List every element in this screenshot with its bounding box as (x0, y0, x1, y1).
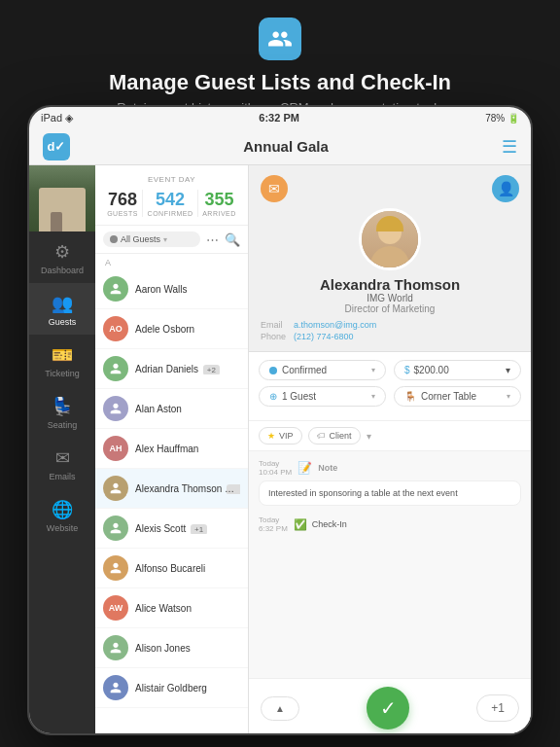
emails-icon: ✉ (55, 447, 70, 469)
guest-badge: +1 (191, 524, 207, 534)
detail-avatar-container (359, 208, 421, 270)
status-dot (269, 367, 277, 374)
guest-panel: EVENT DAY 768 GUESTS 542 CONFIRMED 355 A… (95, 165, 249, 735)
avatar: AO (103, 316, 128, 341)
detail-name: Alexandra Thomson (320, 276, 460, 293)
checkin-label: Check-In (312, 519, 347, 529)
email-action-button[interactable]: ✉ (261, 175, 288, 202)
tag-icon: 🏷 (317, 431, 326, 441)
guest-info: Alistair Goldberg (135, 683, 240, 694)
search-button[interactable]: 🔍 (225, 232, 240, 247)
filter-bar: All Guests ▾ ⋯ 🔍 (95, 226, 248, 254)
sidebar-item-guests[interactable]: 👥 Guests (29, 283, 95, 335)
guests-label: GUESTS (107, 210, 138, 217)
profile-action-button[interactable]: 👤 (492, 175, 519, 202)
table-dropdown[interactable]: 🪑 Corner Table ▾ (394, 386, 521, 407)
plus-one-button[interactable]: +1 (476, 694, 519, 722)
menu-button[interactable]: ☰ (502, 136, 517, 158)
list-letter-a: A (95, 254, 248, 269)
list-item[interactable]: Alan Aston (95, 389, 248, 429)
list-item[interactable]: Adrian Daniels +2 (95, 349, 248, 389)
more-options-button[interactable]: ⋯ (206, 232, 219, 247)
guest-info: Aaron Walls (135, 284, 240, 295)
note-label: Note (318, 463, 337, 473)
filter-chevron-icon: ▾ (163, 235, 167, 244)
filter-label: All Guests (121, 234, 160, 244)
guests-label: Guests (49, 317, 77, 327)
page-title: Manage Guest Lists and Check-In (19, 70, 541, 95)
client-label: Client (330, 431, 352, 441)
stats-row: 768 GUESTS 542 CONFIRMED 355 ARRIVED (105, 190, 238, 217)
guest-name: Alexis Scott +1 (135, 523, 240, 534)
guest-info: Alexandra Thomson +1 (135, 483, 240, 494)
app-icon (259, 18, 301, 60)
sidebar-item-emails[interactable]: ✉ Emails (29, 438, 95, 489)
filter-actions: ⋯ 🔍 (206, 232, 240, 247)
contact-phone-row: Phone (212) 774-6800 (261, 332, 519, 341)
table-label: Corner Table (421, 391, 476, 402)
guest-name: Adele Osborn (135, 324, 240, 335)
list-item[interactable]: AW Alice Watson (95, 588, 248, 628)
guest-name: Alice Watson (135, 603, 240, 614)
list-item[interactable]: Alfonso Bucareli (95, 549, 248, 588)
checkin-button[interactable]: ✓ (367, 687, 409, 729)
status-dropdown[interactable]: Confirmed ▾ (259, 360, 386, 380)
detail-job-title: Director of Marketing (345, 303, 436, 314)
sidebar-item-ticketing[interactable]: 🎫 Ticketing (29, 335, 95, 386)
filter-dropdown[interactable]: All Guests ▾ (103, 231, 200, 247)
guests-count: 768 (107, 190, 138, 210)
control-row-2: ⊕ 1 Guest ▾ 🪑 Corner Table ▾ (259, 386, 521, 407)
contact-email-row: Email a.thomson@img.com (261, 320, 519, 330)
guests-dropdown[interactable]: ⊕ 1 Guest ▾ (259, 386, 386, 407)
price-dropdown[interactable]: $ $200.00 ▾ (394, 360, 521, 380)
note-body: Interested in sponsoring a table at the … (259, 480, 521, 506)
detail-contact: Email a.thomson@img.com Phone (212) 774-… (261, 320, 519, 343)
list-item[interactable]: AH Alex Hauffman (95, 429, 248, 469)
list-item[interactable]: Aaron Walls (95, 269, 248, 309)
table-chevron-icon: ▾ (507, 392, 510, 401)
venue-image (29, 165, 95, 231)
sidebar-item-dashboard[interactable]: ⚙ Dashboard (29, 231, 95, 283)
note-icon: 📝 (298, 461, 312, 475)
avatar (103, 276, 128, 302)
sidebar-item-website[interactable]: 🌐 Website (29, 489, 95, 541)
email-label: Email (261, 320, 288, 330)
guest-info: Alice Watson (135, 603, 240, 614)
guests-label: 1 Guest (282, 391, 316, 402)
email-value[interactable]: a.thomson@img.com (294, 320, 376, 330)
list-item[interactable]: Alexis Scott +1 (95, 509, 248, 549)
guest-info: Alex Hauffman (135, 444, 240, 454)
avatar (103, 476, 128, 501)
guests-chevron-icon: ▾ (371, 392, 375, 401)
guest-name: Alan Aston (135, 404, 240, 414)
client-tag[interactable]: 🏷 Client (308, 427, 361, 445)
arrived-label: ARRIVED (202, 210, 236, 217)
activity-meta: Today 10:04 PM 📝 Note (259, 459, 521, 477)
avatar (103, 635, 128, 660)
vip-tag[interactable]: ★ VIP (259, 427, 302, 445)
detail-top-icons: ✉ 👤 (261, 175, 519, 202)
phone-value[interactable]: (212) 774-6800 (294, 332, 354, 341)
list-item[interactable]: Alistair Goldberg (95, 668, 248, 708)
checkin-icon: ✅ (294, 518, 307, 531)
seating-icon: 💺 (52, 396, 73, 417)
list-item[interactable]: AO Adele Osborn (95, 309, 248, 349)
users-icon (267, 26, 293, 52)
activity-checkin: Today 6:32 PM ✅ Check-In (259, 516, 521, 533)
guest-info: Alan Aston (135, 404, 240, 414)
up-button[interactable]: ▲ (261, 696, 299, 721)
sidebar: ⚙ Dashboard 👥 Guests 🎫 Ticketing 💺 Seati… (29, 165, 95, 735)
tablet-frame: iPad ◈ 6:32 PM 78% 🔋 d✓ Annual Gala ☰ ⚙ … (27, 105, 533, 735)
activity-meta: Today 6:32 PM ✅ Check-In (259, 516, 521, 533)
guest-info: Adele Osborn (135, 324, 240, 335)
sidebar-item-seating[interactable]: 💺 Seating (29, 386, 95, 438)
guest-badge: +1 (227, 484, 240, 494)
list-item[interactable]: Alexandra Thomson +1 (95, 469, 248, 509)
hair-overlay (376, 216, 403, 231)
activity-time: Today 10:04 PM (259, 459, 292, 477)
app-logo[interactable]: d✓ (43, 133, 70, 160)
list-item[interactable]: Alison Jones (95, 628, 248, 668)
filter-dot (110, 235, 118, 243)
nav-bar: d✓ Annual Gala ☰ (29, 128, 531, 165)
guest-name: Alexandra Thomson +1 (135, 483, 240, 494)
